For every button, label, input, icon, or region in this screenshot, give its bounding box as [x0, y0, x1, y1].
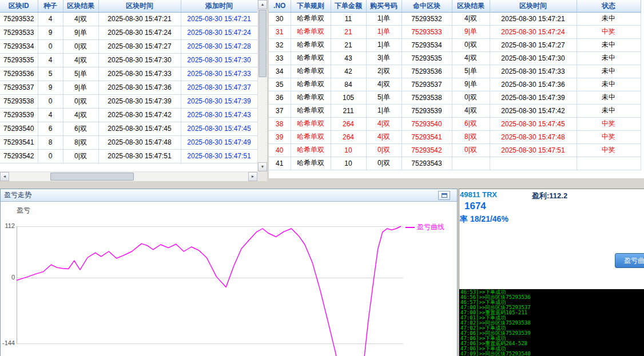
scroll-right-button[interactable]: ► — [248, 172, 257, 181]
column-header[interactable]: 下单规则 — [291, 0, 331, 12]
table-cell: 2025-08-30 15:47:42 — [98, 108, 181, 122]
table-row[interactable]: 7529353544|双2025-08-30 15:47:302025-08-3… — [0, 53, 257, 67]
table-row[interactable]: 40哈希单双100|双752935420|双2025-08-30 15:47:5… — [269, 143, 641, 157]
orders-table: .NO下单规则下单金额购买号码命中区块区块结果区块时间状态30哈希单双111|单… — [269, 0, 641, 170]
table-cell: 21 — [331, 25, 366, 38]
table-row[interactable]: 7529353655|单2025-08-30 15:47:332025-08-3… — [0, 67, 257, 81]
table-row[interactable]: 7529353400|双2025-08-30 15:47:272025-08-3… — [0, 39, 257, 53]
column-header[interactable]: 区块结果 — [63, 0, 98, 12]
table-cell: 32 — [269, 38, 291, 51]
table-cell: 中奖 — [577, 143, 641, 157]
log-console[interactable]: 46:53]>>下单成功46:56]>>同步区块7529353646:57]>>… — [459, 289, 644, 356]
log-line: 47:09]>>同步区块75293540 — [460, 351, 644, 356]
column-header[interactable]: 状态 — [577, 0, 641, 12]
table-row[interactable]: 7529353244|双2025-08-30 15:47:212025-08-3… — [0, 12, 257, 26]
table-cell: 2025-08-30 15:47:51 — [98, 149, 181, 163]
table-cell: 2025-08-30 15:47:24 — [181, 26, 257, 39]
table-row[interactable]: 32哈希单双211|单752935340|双2025-08-30 15:47:2… — [269, 38, 641, 51]
table-cell: 0|双 — [452, 143, 490, 157]
column-header[interactable]: 区块ID — [0, 0, 38, 12]
table-row[interactable]: 7529353800|双2025-08-30 15:47:392025-08-3… — [0, 94, 257, 108]
table-cell: 75293540 — [401, 117, 452, 130]
table-cell: 2025-08-30 15:47:27 — [490, 38, 577, 51]
table-cell: 75293540 — [0, 122, 38, 135]
table-cell: 0 — [38, 39, 63, 53]
table-cell: 0|双 — [366, 157, 401, 170]
table-cell — [490, 157, 577, 170]
table-cell: 2025-08-30 15:47:27 — [98, 39, 181, 53]
legend-label: 盈亏曲线 — [417, 222, 444, 232]
table-cell: 6|双 — [63, 122, 98, 135]
table-cell: 2025-08-30 15:47:24 — [490, 25, 577, 38]
scroll-down-button[interactable]: ▼ — [258, 162, 267, 171]
column-header[interactable]: 区块时间 — [490, 0, 577, 12]
table-row[interactable]: 41哈希单双100|双75293543 — [269, 157, 641, 170]
table-cell: 0|双 — [366, 143, 401, 157]
table-row[interactable]: 37哈希单双2111|单752935394|双2025-08-30 15:47:… — [269, 104, 641, 117]
table-cell: 2025-08-30 15:47:21 — [98, 12, 181, 26]
column-header[interactable]: 命中区块 — [401, 0, 452, 12]
table-cell: 未中 — [577, 65, 641, 78]
table-cell: 21 — [331, 38, 366, 51]
table-cell: 未中 — [577, 38, 641, 51]
table-cell: 未中 — [577, 91, 641, 104]
table-cell: 8 — [38, 135, 63, 149]
column-header[interactable]: 购买号码 — [366, 0, 401, 12]
table-cell — [577, 157, 641, 170]
scroll-up-button[interactable]: ▲ — [258, 0, 267, 9]
table-cell: 哈希单双 — [291, 65, 331, 78]
window-control-button[interactable] — [438, 191, 450, 200]
column-header[interactable]: 区块结果 — [452, 0, 490, 12]
table-cell: 2025-08-30 15:47:45 — [490, 117, 577, 130]
blocks-vertical-scrollbar[interactable]: ▲ ▼ — [257, 0, 267, 171]
column-header[interactable]: 添加时间 — [181, 0, 257, 12]
column-header[interactable]: 种子 — [38, 0, 63, 12]
table-cell: 2025-08-30 15:47:28 — [181, 39, 257, 53]
table-cell: 211 — [331, 104, 366, 117]
table-row[interactable]: 7529353799|单2025-08-30 15:47:362025-08-3… — [0, 81, 257, 94]
table-cell: 4|双 — [366, 130, 401, 143]
table-row[interactable]: 7529353944|双2025-08-30 15:47:422025-08-3… — [0, 108, 257, 122]
table-cell: 哈希单双 — [291, 78, 331, 91]
table-row[interactable]: 38哈希单双2644|双752935406|双2025-08-30 15:47:… — [269, 117, 641, 130]
column-header[interactable]: 下单金额 — [331, 0, 366, 12]
table-cell: 4|双 — [63, 12, 98, 26]
table-cell: 2025-08-30 15:47:39 — [181, 94, 257, 108]
profit-chart: 盈亏 112 0 -144 盈亏曲线 — [1, 202, 457, 356]
table-row[interactable]: 30哈希单双111|单752935324|双2025-08-30 15:47:2… — [269, 12, 641, 25]
stats-panel: 49811 TRX 盈利:112.2 1674 率 18/21/46% 盈亏曲线… — [459, 189, 644, 356]
table-cell: 75293542 — [401, 143, 452, 157]
blocks-horizontal-scrollbar[interactable]: ◄ ► — [0, 171, 257, 181]
chart-legend: 盈亏曲线 — [406, 222, 444, 232]
table-cell: 4|双 — [63, 108, 98, 122]
column-header[interactable]: .NO — [269, 0, 291, 12]
window-titlebar[interactable]: 盈亏走势 — [1, 189, 457, 202]
table-cell: 2025-08-30 15:47:33 — [98, 67, 181, 81]
table-cell: 2025-08-30 15:47:24 — [98, 26, 181, 39]
horizontal-scrollbar-thumb[interactable] — [50, 173, 134, 181]
table-cell: 2025-08-30 15:47:51 — [181, 149, 257, 163]
table-cell: 75293537 — [0, 81, 38, 94]
table-cell: 6 — [38, 122, 63, 135]
table-row[interactable]: 7529353399|单2025-08-30 15:47:242025-08-3… — [0, 26, 257, 39]
scroll-left-button[interactable]: ◄ — [0, 172, 9, 181]
vertical-scrollbar-thumb[interactable] — [259, 10, 267, 77]
table-row[interactable]: 33哈希单双433|单752935354|双2025-08-30 15:47:3… — [269, 51, 641, 65]
table-cell: 4|双 — [452, 12, 490, 25]
column-header[interactable]: 区块时间 — [98, 0, 181, 12]
table-cell: 2025-08-30 15:47:36 — [98, 81, 181, 94]
table-row[interactable]: 7529354200|双2025-08-30 15:47:512025-08-3… — [0, 149, 257, 163]
table-row[interactable]: 39哈希单双2644|双752935418|双2025-08-30 15:47:… — [269, 130, 641, 143]
table-cell: 75293538 — [0, 94, 38, 108]
table-cell: 2025-08-30 15:47:30 — [490, 51, 577, 65]
table-row[interactable]: 34哈希单双422|双752935365|单2025-08-30 15:47:3… — [269, 65, 641, 78]
table-cell: 2025-08-30 15:47:49 — [181, 135, 257, 149]
table-cell: 2025-08-30 15:47:48 — [98, 135, 181, 149]
table-row[interactable]: 35哈希单双844|双752935379|单2025-08-30 15:47:3… — [269, 78, 641, 91]
table-row[interactable]: 31哈希单双211|单752935339|单2025-08-30 15:47:2… — [269, 25, 641, 38]
profit-curve-button[interactable]: 盈亏曲线 — [615, 253, 644, 268]
table-cell — [452, 157, 490, 170]
table-row[interactable]: 7529354066|双2025-08-30 15:47:452025-08-3… — [0, 122, 257, 135]
table-row[interactable]: 36哈希单双1055|单752935380|双2025-08-30 15:47:… — [269, 91, 641, 104]
table-row[interactable]: 7529354188|双2025-08-30 15:47:482025-08-3… — [0, 135, 257, 149]
